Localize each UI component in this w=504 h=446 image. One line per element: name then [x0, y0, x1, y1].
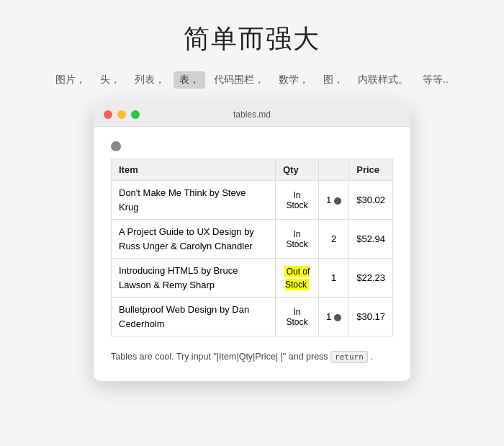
nav-item-diagram[interactable]: 图，: [318, 71, 349, 89]
table-row: Don't Make Me Think by Steve KrugInStock…: [112, 181, 393, 220]
nav-item-tables[interactable]: 表，: [174, 71, 205, 89]
filename-label: tables.md: [233, 110, 271, 120]
cell-item: Bulletproof Web Design by Dan Cederholm: [112, 298, 276, 336]
nav-item-math[interactable]: 数学，: [273, 71, 315, 89]
qty-number: 2: [331, 233, 336, 244]
close-button[interactable]: [104, 110, 112, 119]
nav-item-code[interactable]: 代码围栏，: [208, 71, 270, 89]
cell-qty-status: InStock: [276, 181, 319, 220]
nav-bar: 图片， 头， 列表， 表， 代码围栏， 数学， 图， 内联样式。 等等..: [50, 71, 454, 89]
cell-price: $52.94: [349, 220, 393, 259]
cell-qty-number: 1: [319, 259, 349, 298]
qty-number: 1: [326, 311, 331, 322]
nav-item-more[interactable]: 等等..: [417, 71, 454, 89]
cell-qty-number: 1: [319, 298, 349, 336]
qty-number: 1: [331, 272, 336, 283]
col-header-qty-number: [319, 159, 349, 181]
cell-qty-number: 2: [319, 220, 349, 259]
footer-text-1: Tables are cool. Try input "|Item|Qty|Pr…: [111, 352, 328, 362]
col-header-price: Price: [349, 159, 393, 181]
scroll-indicator: [111, 141, 121, 151]
qty-dot-indicator: [334, 314, 341, 321]
table-row: Introducing HTML5 by Bruce Lawson & Remy…: [112, 259, 393, 298]
table-row: A Project Guide to UX Design by Russ Ung…: [112, 220, 393, 259]
mac-titlebar: tables.md: [94, 103, 410, 127]
table-row: Bulletproof Web Design by Dan CederholmI…: [112, 298, 393, 336]
cell-price: $30.17: [349, 298, 393, 336]
col-header-item: Item: [112, 159, 276, 181]
qty-number: 1: [326, 195, 331, 205]
nav-item-inline[interactable]: 内联样式。: [352, 71, 414, 89]
qty-dot-indicator: [334, 197, 341, 205]
cell-item: Don't Make Me Think by Steve Krug: [112, 181, 276, 220]
mac-window: tables.md Item Qty Price Don't Make Me T…: [94, 103, 410, 381]
nav-item-lists[interactable]: 列表，: [129, 71, 171, 89]
col-header-qty: Qty: [276, 159, 319, 181]
cell-price: $30.02: [349, 181, 393, 220]
cell-qty-status: InStock: [276, 298, 319, 336]
return-key-badge: return: [330, 351, 368, 363]
footer-text: Tables are cool. Try input "|Item|Qty|Pr…: [111, 349, 393, 364]
cell-item: Introducing HTML5 by Bruce Lawson & Remy…: [112, 259, 276, 298]
nav-item-headings[interactable]: 头，: [94, 71, 126, 89]
cell-price: $22.23: [349, 259, 393, 298]
table-header-row: Item Qty Price: [112, 159, 393, 181]
cell-qty-status: InStock: [276, 220, 319, 259]
window-content: Item Qty Price Don't Make Me Think by St…: [94, 127, 410, 381]
data-table: Item Qty Price Don't Make Me Think by St…: [111, 159, 393, 336]
page-title: 简单而强大: [184, 22, 320, 57]
cell-item: A Project Guide to UX Design by Russ Ung…: [112, 220, 276, 259]
minimize-button[interactable]: [117, 110, 126, 119]
maximize-button[interactable]: [131, 110, 140, 119]
nav-item-images[interactable]: 图片，: [50, 71, 91, 89]
out-of-stock-badge: Out ofStock: [284, 266, 310, 290]
cell-qty-status: Out ofStock: [276, 259, 319, 298]
cell-qty-number: 1: [319, 181, 349, 220]
footer-text-2: .: [370, 352, 372, 362]
